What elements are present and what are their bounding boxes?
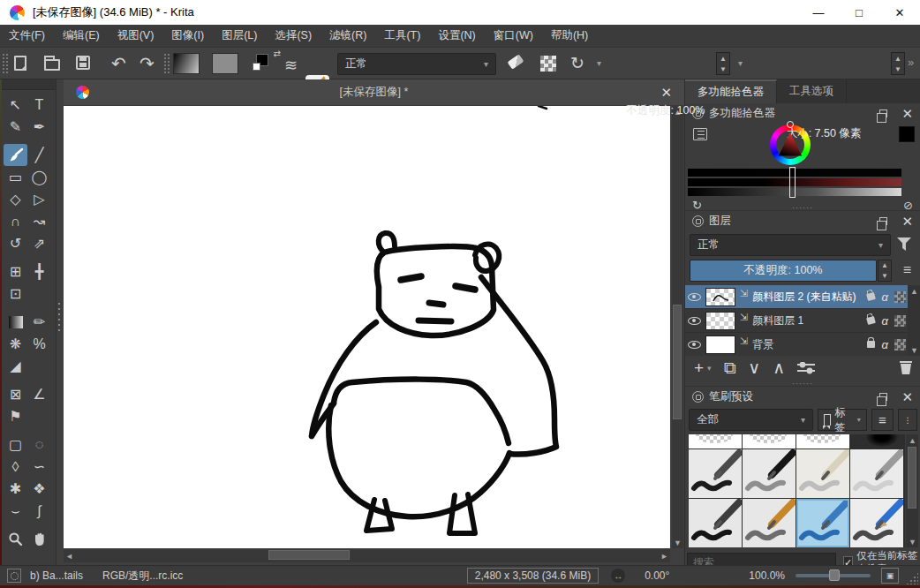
layer-row[interactable]: ⇲颜料图层 2 (来自粘贴)α xyxy=(685,285,909,309)
add-layer-button[interactable]: + xyxy=(694,358,704,378)
layer-options-icon[interactable]: ≡ xyxy=(903,262,911,278)
fg-bg-colors[interactable]: ⇄ xyxy=(256,52,279,75)
tool-polyline[interactable]: ▷ xyxy=(27,188,51,210)
tool-calligraphy[interactable]: ✒ xyxy=(27,116,51,138)
display-mode-button[interactable]: ≡ xyxy=(871,409,894,431)
hscroll-thumb[interactable] xyxy=(268,550,350,560)
layer-alpha-inherit-icon[interactable] xyxy=(894,339,906,351)
minimize-button[interactable]: — xyxy=(798,0,839,25)
current-color-swatch[interactable] xyxy=(899,126,915,142)
float-docker-icon[interactable] xyxy=(879,109,887,117)
menu-选择(S)[interactable]: 选择(S) xyxy=(266,25,320,47)
scroll-down-icon[interactable]: ▼ xyxy=(672,537,683,548)
zoom-value[interactable]: 100.0% xyxy=(749,569,785,582)
vscroll-thumb[interactable] xyxy=(673,305,682,419)
toolbar-grip-2[interactable] xyxy=(164,54,170,73)
layer-alpha-icon[interactable]: α xyxy=(882,338,888,351)
brush-preset-tile[interactable] xyxy=(689,499,742,547)
color-profile[interactable]: RGB/透明...rc.icc xyxy=(102,569,183,584)
brush-preset-tile[interactable] xyxy=(689,449,742,498)
layer-row[interactable]: ⇲背景α xyxy=(685,333,909,356)
toolbar-grip[interactable] xyxy=(3,54,8,73)
scroll-right-icon[interactable]: ► xyxy=(659,550,670,562)
tool-zoom[interactable] xyxy=(4,528,27,550)
duplicate-layer-button[interactable]: ⧉ xyxy=(724,358,736,378)
pattern-chooser[interactable] xyxy=(212,53,238,74)
reload-preset-button[interactable]: ↻ xyxy=(570,53,584,73)
tool-text[interactable]: T xyxy=(27,94,51,116)
tool-fill[interactable]: ◢ xyxy=(4,355,27,377)
tool-pan[interactable] xyxy=(27,528,51,550)
window-resize-grip[interactable] xyxy=(906,572,918,584)
left-splitter-handle[interactable] xyxy=(57,303,61,333)
opacity-spinner[interactable]: ▲▼ xyxy=(716,52,730,75)
canvas-vscrollbar[interactable]: ▲ ▼ xyxy=(672,106,683,548)
float-docker-icon[interactable] xyxy=(879,393,887,401)
brush-preset-tile[interactable] xyxy=(850,434,903,449)
brush-option-slider-button[interactable]: ≋ xyxy=(284,56,298,75)
tool-pattern-edit[interactable]: ❋ xyxy=(4,333,27,355)
tool-ellipse-select[interactable]: ◌ xyxy=(27,433,51,456)
new-document-button[interactable] xyxy=(14,56,26,71)
tool-assistants[interactable]: ⊠ xyxy=(4,383,27,405)
spin-down-icon[interactable]: ▼ xyxy=(879,271,891,282)
open-document-button[interactable] xyxy=(44,56,60,71)
menu-文件(F)[interactable]: 文件(F) xyxy=(0,25,54,47)
blending-mode-dropdown[interactable]: 正常 ▾ xyxy=(337,53,496,75)
layer-visibility-icon[interactable] xyxy=(688,293,701,301)
tool-freehand-brush[interactable] xyxy=(4,144,27,166)
gradient-chooser[interactable] xyxy=(173,53,200,74)
tool-reference-images[interactable]: ⚑ xyxy=(4,405,27,427)
undo-button[interactable]: ↶ xyxy=(111,53,126,74)
tool-magic-wand-select[interactable]: ✱ xyxy=(4,478,27,500)
tool-select-shapes[interactable]: ↖ xyxy=(4,94,27,116)
tool-transform[interactable]: ⊞ xyxy=(4,260,27,283)
size-spinner[interactable]: ▲▼ xyxy=(891,52,905,75)
image-dimensions[interactable]: 2,480 x 3,508 (34.6 MiB) xyxy=(467,568,599,584)
spin-up-icon[interactable]: ▲ xyxy=(717,53,729,64)
delete-layer-button[interactable] xyxy=(900,361,912,374)
brush-preset-tile[interactable] xyxy=(689,434,742,449)
add-layer-caret[interactable]: ▾ xyxy=(707,364,712,373)
layer-visibility-icon[interactable] xyxy=(688,341,701,349)
tool-bezier-curve[interactable]: ∩ xyxy=(4,210,27,232)
menu-工具(T)[interactable]: 工具(T) xyxy=(375,25,429,47)
layer-lock-icon[interactable] xyxy=(866,316,876,325)
docker-lock-icon[interactable] xyxy=(692,391,704,403)
layer-scrollbar[interactable]: ▲ ▼ xyxy=(908,285,920,356)
layer-alpha-icon[interactable]: α xyxy=(882,314,888,328)
menu-窗口(W)[interactable]: 窗口(W) xyxy=(485,25,542,47)
tool-smart-patch[interactable]: % xyxy=(27,333,51,355)
brush-preset-tile[interactable] xyxy=(850,449,903,498)
brush-preset-tile[interactable] xyxy=(796,449,849,498)
canvas-rotation-icon[interactable]: ↔ xyxy=(611,569,625,583)
layer-opacity-spinner[interactable]: ▲▼ xyxy=(878,260,892,282)
canvas-hscrollbar[interactable]: ◄ ► xyxy=(64,549,670,562)
swap-colors-icon[interactable]: ⇄ xyxy=(274,49,281,58)
layer-name[interactable]: 背景 xyxy=(752,337,862,352)
tool-multibrush[interactable]: ⇗ xyxy=(27,232,51,254)
float-docker-icon[interactable] xyxy=(879,217,887,225)
maximize-button[interactable]: □ xyxy=(839,0,879,25)
hue-cursor[interactable] xyxy=(787,121,794,128)
brush-preset-tile[interactable] xyxy=(743,434,796,449)
current-brush-name[interactable]: b) Ba...tails xyxy=(30,569,83,582)
menu-帮助(H)[interactable]: 帮助(H) xyxy=(542,25,597,47)
tool-polygon[interactable]: ◇ xyxy=(4,188,27,210)
tab-advanced-color-selector[interactable]: 多功能拾色器 xyxy=(685,79,777,103)
brush-scrollbar[interactable]: ▲ ▼ xyxy=(906,434,918,547)
layer-opacity-slider[interactable]: 不透明度: 100% xyxy=(690,260,877,282)
redo-button[interactable]: ↷ xyxy=(140,53,155,74)
layer-alpha-icon[interactable]: α xyxy=(882,290,888,304)
layer-thumbnail[interactable] xyxy=(705,312,735,330)
spin-up-icon[interactable]: ▲ xyxy=(892,53,904,64)
selector-settings-icon[interactable] xyxy=(693,128,707,140)
menu-图层(L)[interactable]: 图层(L) xyxy=(213,25,266,47)
layer-thumbnail[interactable] xyxy=(705,288,735,306)
menu-设置(N)[interactable]: 设置(N) xyxy=(429,25,484,47)
tool-freehand-path[interactable]: ↝ xyxy=(27,210,51,232)
document-close-icon[interactable]: ✕ xyxy=(660,85,672,101)
tool-crop[interactable]: ⊡ xyxy=(4,283,27,305)
tool-rect-select[interactable]: ▢ xyxy=(4,433,27,456)
scroll-left-icon[interactable]: ◄ xyxy=(64,550,75,562)
